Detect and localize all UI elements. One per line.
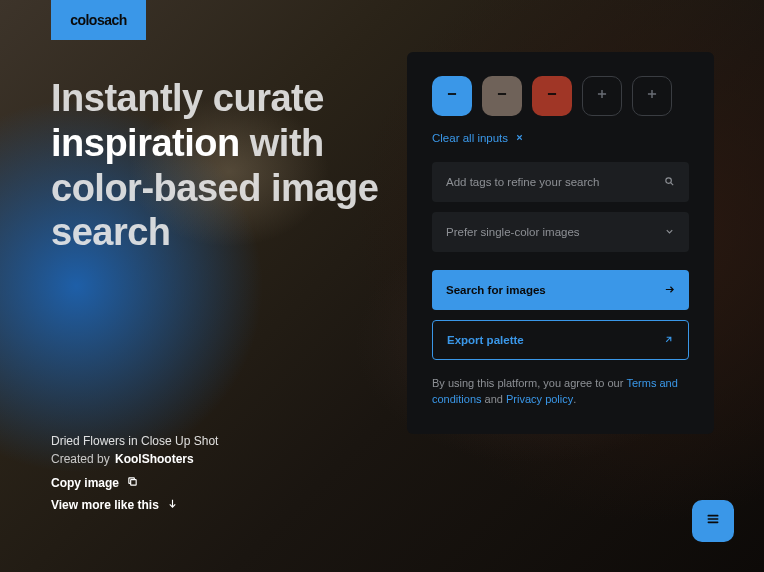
close-icon <box>515 132 524 144</box>
search-button[interactable]: Search for images <box>432 270 689 310</box>
legal-mid: and <box>482 393 506 405</box>
preference-label: Prefer single-color images <box>446 226 580 238</box>
hero-headline: Instantly curate inspiration with color-… <box>51 76 381 255</box>
plus-icon <box>645 87 659 105</box>
image-caption: Dried Flowers in Close Up Shot Created b… <box>51 434 218 520</box>
caption-title: Dried Flowers in Close Up Shot <box>51 434 218 448</box>
menu-fab[interactable] <box>692 500 734 542</box>
search-panel: Clear all inputs Add tags to refine your… <box>407 52 714 434</box>
search-button-label: Search for images <box>446 284 546 296</box>
copy-icon <box>127 476 138 490</box>
author-name[interactable]: KoolShooters <box>115 452 194 466</box>
tags-input[interactable]: Add tags to refine your search <box>432 162 689 202</box>
preference-select[interactable]: Prefer single-color images <box>432 212 689 252</box>
headline-pre: Instantly curate <box>51 77 324 119</box>
brand-logo[interactable]: colosach <box>51 0 146 40</box>
minus-icon <box>445 87 459 105</box>
export-palette-label: Export palette <box>447 334 524 346</box>
minus-icon <box>495 87 509 105</box>
color-swatch-1[interactable] <box>432 76 472 116</box>
arrow-down-icon <box>167 498 178 512</box>
add-color-swatch[interactable] <box>632 76 672 116</box>
clear-inputs-label: Clear all inputs <box>432 132 508 144</box>
created-by-label: Created by <box>51 452 110 466</box>
clear-inputs-button[interactable]: Clear all inputs <box>432 132 689 144</box>
color-swatch-3[interactable] <box>532 76 572 116</box>
legal-pre: By using this platform, you agree to our <box>432 377 626 389</box>
legal-text: By using this platform, you agree to our… <box>432 376 689 408</box>
legal-post: . <box>573 393 576 405</box>
brand-name: colosach <box>70 12 127 28</box>
headline-highlight: inspiration <box>51 122 240 164</box>
arrow-up-right-icon <box>663 334 674 347</box>
caption-author-line: Created by KoolShooters <box>51 452 218 466</box>
export-palette-button[interactable]: Export palette <box>432 320 689 360</box>
plus-icon <box>595 87 609 105</box>
copy-image-button[interactable]: Copy image <box>51 476 218 490</box>
svg-rect-0 <box>131 480 137 486</box>
view-more-label: View more like this <box>51 498 159 512</box>
color-swatch-row <box>432 76 689 116</box>
view-more-button[interactable]: View more like this <box>51 498 218 512</box>
arrow-right-icon <box>664 284 675 297</box>
search-icon <box>664 173 675 191</box>
tags-placeholder: Add tags to refine your search <box>446 176 599 188</box>
chevron-down-icon <box>664 223 675 241</box>
copy-image-label: Copy image <box>51 476 119 490</box>
add-color-swatch[interactable] <box>582 76 622 116</box>
privacy-link[interactable]: Privacy policy <box>506 393 573 405</box>
minus-icon <box>545 87 559 105</box>
color-swatch-2[interactable] <box>482 76 522 116</box>
svg-point-1 <box>666 178 672 184</box>
menu-icon <box>705 511 721 531</box>
